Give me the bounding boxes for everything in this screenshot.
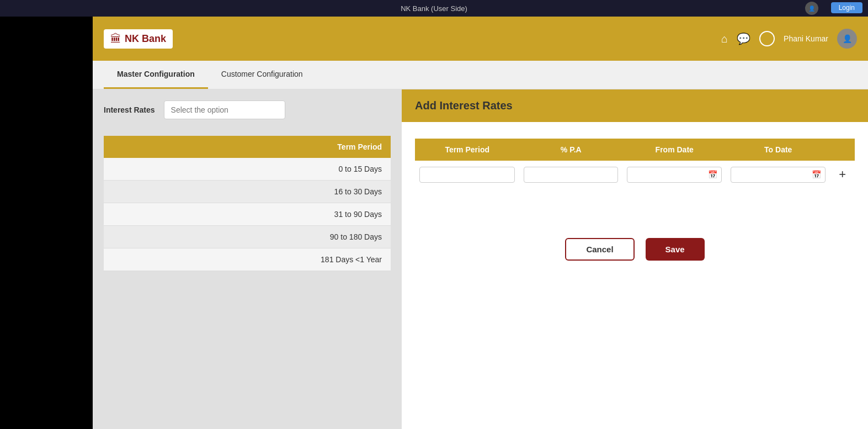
rates-table: Term Period % P.A From Date To Date <box>415 139 855 188</box>
to-date-cell: 📅 <box>726 161 830 188</box>
app-header: 🏛 NK Bank ⌂ 💬 Phani Kumar 👤 <box>93 17 868 61</box>
from-date-calendar-icon[interactable]: 📅 <box>706 169 720 180</box>
list-item[interactable]: 16 to 30 Days <box>104 181 391 203</box>
top-bar: NK Bank (User Side) 👤 Login <box>0 0 868 17</box>
term-period-table: Term Period 0 to 15 Days 16 to 30 Days 3… <box>104 136 391 271</box>
list-item[interactable]: 90 to 180 Days <box>104 226 391 248</box>
list-item[interactable]: 31 to 90 Days <box>104 203 391 226</box>
header-username: Phani Kumar <box>784 34 828 43</box>
logo-badge: 🏛 NK Bank <box>104 29 173 49</box>
modal-footer: Cancel Save <box>402 227 868 272</box>
tab-customer-configuration[interactable]: Customer Configuration <box>208 61 316 89</box>
bank-icon: 🏛 <box>110 33 121 45</box>
term-period-input[interactable] <box>419 167 515 183</box>
main-app: 🏛 NK Bank ⌂ 💬 Phani Kumar 👤 Master Confi… <box>93 17 868 429</box>
tab-master-configuration[interactable]: Master Configuration <box>104 61 208 89</box>
login-button[interactable]: Login <box>831 2 862 13</box>
save-button[interactable]: Save <box>646 238 705 261</box>
left-sidebar <box>0 17 93 429</box>
cancel-button[interactable]: Cancel <box>565 238 634 261</box>
add-row-button[interactable]: + <box>834 165 850 184</box>
select-option-input[interactable] <box>164 100 285 119</box>
top-bar-avatar: 👤 <box>805 2 818 15</box>
ppa-input[interactable] <box>524 167 618 183</box>
add-row-cell: + <box>830 161 855 188</box>
app-logo: 🏛 NK Bank <box>104 29 173 49</box>
modal-title: Add Interest Rates <box>415 99 513 112</box>
to-date-wrapper: 📅 <box>731 167 826 183</box>
add-interest-rates-modal: Add Interest Rates Term Period % P.A Fro… <box>402 89 868 429</box>
col-term-period: Term Period <box>415 139 519 161</box>
status-circle <box>759 31 775 46</box>
logo-text: NK Bank <box>125 33 166 45</box>
avatar: 👤 <box>837 29 857 49</box>
interest-rates-label: Interest Rates <box>104 105 155 114</box>
chat-icon[interactable]: 💬 <box>737 32 750 45</box>
from-date-cell: 📅 <box>622 161 726 188</box>
list-item[interactable]: 0 to 15 Days <box>104 158 391 181</box>
left-panel: Interest Rates Term Period 0 to 15 Days … <box>93 89 402 429</box>
content-area: Interest Rates Term Period 0 to 15 Days … <box>93 89 868 429</box>
col-to-date: To Date <box>726 139 830 161</box>
col-ppa: % P.A <box>519 139 622 161</box>
to-date-calendar-icon[interactable]: 📅 <box>810 169 823 180</box>
modal-header: Add Interest Rates <box>402 89 868 122</box>
modal-body: Term Period % P.A From Date To Date <box>402 122 868 227</box>
col-actions <box>830 139 855 161</box>
nav-tabs: Master Configuration Customer Configurat… <box>93 61 868 89</box>
term-period-cell <box>415 161 519 188</box>
term-period-header: Term Period <box>104 136 391 158</box>
header-right: ⌂ 💬 Phani Kumar 👤 <box>721 29 857 49</box>
top-bar-title: NK Bank (User Side) <box>401 4 467 13</box>
table-row: 📅 📅 + <box>415 161 855 188</box>
interest-rates-row: Interest Rates <box>104 100 391 119</box>
col-from-date: From Date <box>622 139 726 161</box>
list-item[interactable]: 181 Days <1 Year <box>104 248 391 271</box>
home-icon[interactable]: ⌂ <box>721 33 728 45</box>
ppa-cell <box>519 161 622 188</box>
from-date-wrapper: 📅 <box>627 167 722 183</box>
